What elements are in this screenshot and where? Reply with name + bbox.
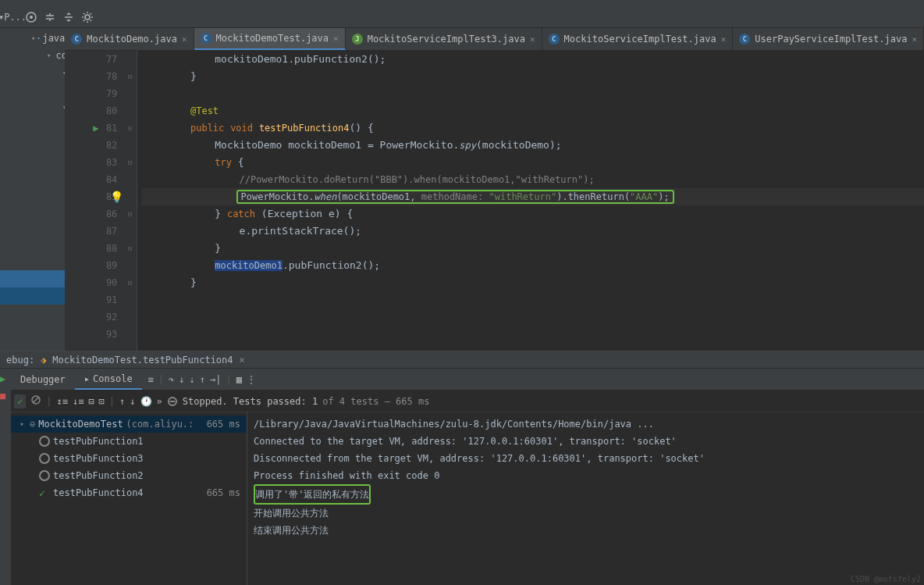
tree-item[interactable]: ▾dem <box>0 133 65 150</box>
test-item[interactable]: testPubFunction1 <box>11 433 247 450</box>
test-tree[interactable]: ▾ ⊖ MockitoDemoTest (com.aliyu.: 665 ms … <box>11 412 247 585</box>
stop-icon[interactable]: ■ <box>0 391 11 401</box>
code-line[interactable]: public void testPubFunction4() { <box>141 119 924 137</box>
file-icon: C <box>201 33 211 44</box>
tab-debugger[interactable]: Debugger <box>11 369 75 390</box>
tree-item[interactable]: ▸user <box>0 339 65 351</box>
tree-item[interactable]: C <box>0 219 65 236</box>
check-icon[interactable]: ✓ <box>14 394 26 408</box>
down-icon[interactable]: ↓ <box>130 396 135 407</box>
pass-icon: ✓ <box>39 487 50 498</box>
line-gutter: 77787980▶81828384💡858687888990919293 <box>65 51 123 351</box>
code-line[interactable]: e.printStackTrace(); <box>141 223 924 240</box>
gear-icon[interactable] <box>81 11 94 23</box>
history-icon[interactable]: 🕐 <box>140 396 152 407</box>
close-icon[interactable]: × <box>240 355 245 366</box>
tree-item[interactable]: ▾s <box>0 305 65 322</box>
bulb-icon[interactable]: 💡 <box>110 188 123 205</box>
debug-tool-label: ebug: <box>6 355 34 366</box>
breadcrumb-bar <box>0 0 924 6</box>
editor-tab[interactable]: CMockitoDemoTest.java× <box>194 28 346 50</box>
run-to-icon[interactable]: →| <box>210 374 221 385</box>
tree-item[interactable]: ▾in <box>0 150 65 167</box>
sort-icon[interactable]: ↕≡ <box>56 396 67 407</box>
tree-item[interactable]: ▾com.aliyu <box>0 47 65 64</box>
test-item[interactable]: ✓testPubFunction4665 ms <box>11 484 247 501</box>
eval-icon[interactable]: ▦ <box>236 374 242 385</box>
code-line[interactable]: } <box>141 274 924 291</box>
file-icon: C <box>549 34 560 45</box>
code-line[interactable]: mockitoDemo1.pubFunction2(); <box>141 257 924 274</box>
step-into2-icon[interactable]: ⇣ <box>190 374 195 385</box>
disable-icon[interactable] <box>30 394 41 408</box>
tree-item[interactable]: ▸auth <box>0 116 65 133</box>
test-item[interactable]: testPubFunction2 <box>11 467 247 484</box>
collapse-icon[interactable] <box>62 11 75 23</box>
code-line[interactable] <box>141 291 924 309</box>
collapse-all-icon[interactable]: ⊡ <box>99 396 105 407</box>
console-output[interactable]: /Library/Java/JavaVirtualMachines/zulu-8… <box>247 412 924 585</box>
test-root[interactable]: ▾ ⊖ MockitoDemoTest (com.aliyu.: 665 ms <box>11 416 247 433</box>
fold-column[interactable]: ⊟⊟⊟⊟⊟⊟ <box>123 51 137 351</box>
layout-icon[interactable]: ≡ <box>148 374 154 385</box>
skip-icon <box>39 453 50 464</box>
editor-tab[interactable]: JMockitoServiceImplTest3.java× <box>346 28 542 50</box>
tree-item[interactable]: C <box>0 236 65 253</box>
tree-item[interactable]: C <box>0 167 65 184</box>
close-icon[interactable]: × <box>182 34 187 45</box>
close-icon[interactable]: × <box>721 34 727 45</box>
target-icon[interactable] <box>25 11 37 23</box>
skip-icon <box>39 436 50 447</box>
tree-item[interactable]: ▸Cn <box>0 270 65 287</box>
tab-console[interactable]: ▸ Console <box>75 369 142 390</box>
editor-tab[interactable]: CMockitoDemo.java× <box>65 28 194 50</box>
code-line[interactable]: try { <box>141 154 924 171</box>
step-over-icon[interactable]: ↷ <box>169 374 174 385</box>
code-line[interactable]: //PowerMockito.doReturn("BBB").when(mock… <box>141 171 924 188</box>
code-line[interactable]: MockitoDemo mockitoDemo1 = PowerMockito.… <box>141 137 924 154</box>
code-line[interactable] <box>141 326 924 343</box>
tree-item[interactable]: ▾service <box>0 98 65 116</box>
run-gutter-icon[interactable]: ▶ <box>93 119 98 137</box>
tree-item[interactable]: ▸C <box>0 184 65 202</box>
code-line[interactable] <box>141 85 924 102</box>
code-line[interactable]: } catch (Exception e) { <box>141 205 924 223</box>
debug-side-toolbar: ▶ ■ <box>0 369 11 585</box>
tree-item[interactable]: C <box>0 202 65 219</box>
tree-item[interactable]: ▾mappe <box>0 64 65 81</box>
debug-panel: ebug: ⬗ MockitoDemoTest.testPubFunction4… <box>0 351 924 585</box>
close-icon[interactable]: × <box>912 34 917 45</box>
close-icon[interactable]: × <box>333 34 339 44</box>
step-into-icon[interactable]: ↓ <box>179 374 184 385</box>
tree-item[interactable]: IUse <box>0 81 65 98</box>
expand-all-icon[interactable]: ⊟ <box>88 396 94 407</box>
test-item[interactable]: testPubFunction3 <box>11 450 247 467</box>
tree-item[interactable]: ▾java <box>0 30 65 47</box>
file-icon: C <box>71 34 82 45</box>
editor-tab[interactable]: CUserPayServiceImplTest.java× <box>733 28 924 50</box>
step-out-icon[interactable]: ↑ <box>200 374 205 385</box>
code-line[interactable]: } <box>141 68 924 85</box>
code-line[interactable]: PowerMockito.when(mockitoDemo1, methodNa… <box>141 188 924 205</box>
code-line[interactable] <box>141 309 924 326</box>
project-dropdown[interactable]: ▾ P... <box>6 11 19 23</box>
run-config-icon: ⬗ <box>41 355 46 366</box>
code-line[interactable]: } <box>141 240 924 257</box>
more2-icon[interactable]: » <box>157 396 162 407</box>
up-icon[interactable]: ↑ <box>119 396 125 407</box>
close-icon[interactable]: × <box>530 34 535 45</box>
run-config-name[interactable]: MockitoDemoTest.testPubFunction4 <box>52 355 233 366</box>
svg-line-4 <box>33 397 39 403</box>
tree-item[interactable]: C <box>0 253 65 270</box>
expand-icon[interactable] <box>44 11 56 23</box>
project-tree[interactable]: ▾java▾com.aliyu▾mappeIUse▾service▸auth▾d… <box>0 28 65 351</box>
code-editor[interactable]: mockitoDemo1.pubFunction2(); } @Test pub… <box>137 51 924 351</box>
more-icon[interactable]: ⋮ <box>247 374 256 385</box>
code-line[interactable]: mockitoDemo1.pubFunction2(); <box>141 51 924 68</box>
editor-tab[interactable]: CMockitoServiceImplTest.java× <box>542 28 734 50</box>
code-line[interactable]: @Test <box>141 102 924 119</box>
sort2-icon[interactable]: ↓≡ <box>73 396 84 407</box>
tree-item[interactable]: C <box>0 322 65 339</box>
rerun-icon[interactable]: ▶ <box>0 373 11 384</box>
tree-item[interactable]: C <box>0 287 65 305</box>
